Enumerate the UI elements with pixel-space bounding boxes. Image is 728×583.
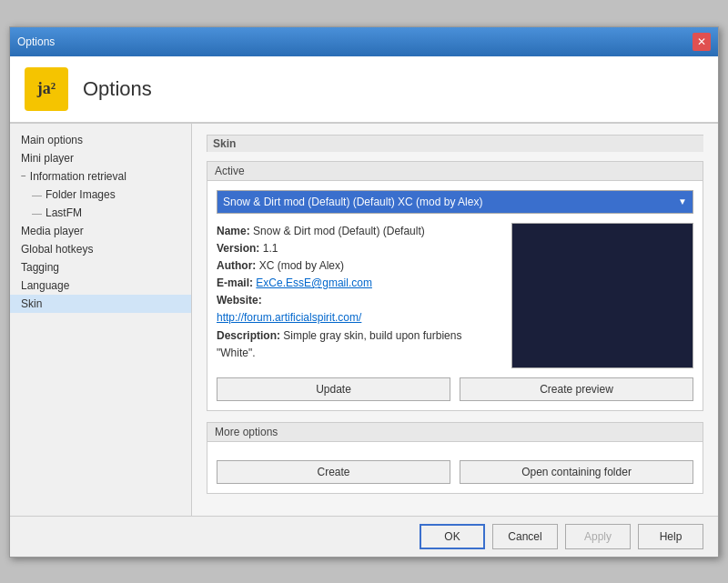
- active-button-row: Update Create preview: [217, 377, 693, 401]
- active-group-box: Active Snow & Dirt mod (Default) (Defaul…: [207, 161, 703, 411]
- skin-author-row: Author: XC (mod by Alex): [217, 257, 502, 275]
- sidebar-item-global-hotkeys[interactable]: Global hotkeys: [10, 240, 191, 258]
- skin-dropdown[interactable]: Snow & Dirt mod (Default) (Default) XC (…: [217, 190, 693, 214]
- sidebar-item-tagging[interactable]: Tagging: [10, 258, 191, 276]
- sidebar-item-mini-player[interactable]: Mini player: [10, 149, 191, 167]
- author-value: XC (mod by Alex): [259, 259, 344, 272]
- sidebar-item-label-media-player: Media player: [21, 225, 84, 237]
- title-bar: Options ✕: [10, 27, 718, 56]
- skin-info-row: Name: Snow & Dirt mod (Default) (Default…: [217, 223, 693, 368]
- dialog-footer: OK Cancel Apply Help: [10, 516, 718, 557]
- skin-description-row: Description: Simple gray skin, build upo…: [217, 327, 502, 362]
- dropdown-arrow-icon: ▼: [678, 196, 687, 206]
- open-containing-folder-button[interactable]: Open containing folder: [460, 460, 693, 484]
- sidebar-item-media-player[interactable]: Media player: [10, 222, 191, 240]
- apply-button[interactable]: Apply: [565, 524, 631, 549]
- main-content: Skin Active Snow & Dirt mod (Default) (D…: [192, 124, 718, 516]
- skin-preview: [511, 223, 693, 368]
- name-label: Name:: [217, 225, 250, 237]
- sidebar-item-label-mini-player: Mini player: [21, 152, 74, 165]
- skin-info-text: Name: Snow & Dirt mod (Default) (Default…: [217, 223, 502, 368]
- website-label: Website:: [217, 294, 262, 307]
- tree-prefix-folder: —: [32, 189, 42, 200]
- skin-name-row: Name: Snow & Dirt mod (Default) (Default…: [217, 223, 502, 240]
- create-preview-button[interactable]: Create preview: [460, 377, 693, 401]
- sidebar-item-language[interactable]: Language: [10, 276, 191, 295]
- active-group-title: Active: [207, 162, 703, 181]
- dialog-header: ja² Options: [10, 56, 718, 123]
- section-title: Skin: [207, 135, 703, 152]
- sidebar-item-label-skin: Skin: [21, 297, 42, 310]
- more-options-title: More options: [207, 423, 703, 442]
- description-label: Description:: [217, 329, 280, 342]
- dialog-body: Main options Mini player − Information r…: [10, 123, 718, 516]
- email-label: E-mail:: [217, 276, 253, 289]
- dropdown-selected-text: Snow & Dirt mod (Default) (Default) XC (…: [223, 196, 482, 208]
- app-logo: ja²: [25, 67, 68, 111]
- update-button[interactable]: Update: [217, 377, 450, 401]
- active-group-content: Snow & Dirt mod (Default) (Default) XC (…: [207, 181, 703, 410]
- ok-button[interactable]: OK: [420, 524, 485, 549]
- skin-website-link-row: http://forum.artificialspirit.com/: [217, 309, 502, 327]
- name-value: Snow & Dirt mod (Default) (Default): [253, 225, 425, 237]
- help-button[interactable]: Help: [638, 524, 703, 549]
- title-bar-left: Options: [17, 35, 55, 48]
- sidebar-item-main-options[interactable]: Main options: [10, 131, 191, 149]
- skin-email-row: E-mail: ExCe.EssE@gmail.com: [217, 275, 502, 292]
- email-value[interactable]: ExCe.EssE@gmail.com: [256, 276, 372, 289]
- sidebar-item-label-tagging: Tagging: [21, 261, 59, 274]
- sidebar-item-lastfm[interactable]: — LastFM: [10, 204, 191, 222]
- skin-website-row: Website:: [217, 292, 502, 309]
- expand-icon: −: [21, 171, 26, 181]
- more-options-group-box: More options Create Open containing fold…: [207, 422, 703, 494]
- dialog-title: Options: [83, 77, 152, 101]
- more-options-content: Create Open containing folder: [207, 442, 703, 493]
- sidebar-item-information-retrieval[interactable]: − Information retrieval: [10, 167, 191, 186]
- sidebar-item-label-global-hotkeys: Global hotkeys: [21, 243, 93, 256]
- sidebar-item-folder-images[interactable]: — Folder Images: [10, 186, 191, 204]
- cancel-button[interactable]: Cancel: [492, 524, 558, 549]
- skin-version-row: Version: 1.1: [217, 240, 502, 257]
- options-dialog: Options ✕ ja² Options Main options Mini …: [9, 26, 719, 558]
- close-button[interactable]: ✕: [693, 33, 711, 51]
- sidebar: Main options Mini player − Information r…: [10, 124, 192, 516]
- more-options-button-row: Create Open containing folder: [217, 460, 693, 484]
- version-label: Version:: [217, 242, 259, 255]
- sidebar-item-label-main-options: Main options: [21, 134, 83, 146]
- sidebar-item-label-language: Language: [21, 279, 69, 292]
- sidebar-item-label-folder-images: Folder Images: [46, 188, 116, 201]
- website-value[interactable]: http://forum.artificialspirit.com/: [217, 311, 361, 324]
- dropdown-row: Snow & Dirt mod (Default) (Default) XC (…: [217, 190, 693, 214]
- tree-prefix-lastfm: —: [32, 207, 42, 218]
- create-button[interactable]: Create: [217, 460, 450, 484]
- version-value: 1.1: [263, 242, 278, 255]
- sidebar-item-label-information-retrieval: Information retrieval: [30, 170, 126, 183]
- title-bar-text: Options: [17, 35, 55, 48]
- sidebar-item-skin[interactable]: Skin: [10, 295, 191, 313]
- author-label: Author:: [217, 259, 256, 272]
- sidebar-item-label-lastfm: LastFM: [46, 206, 82, 219]
